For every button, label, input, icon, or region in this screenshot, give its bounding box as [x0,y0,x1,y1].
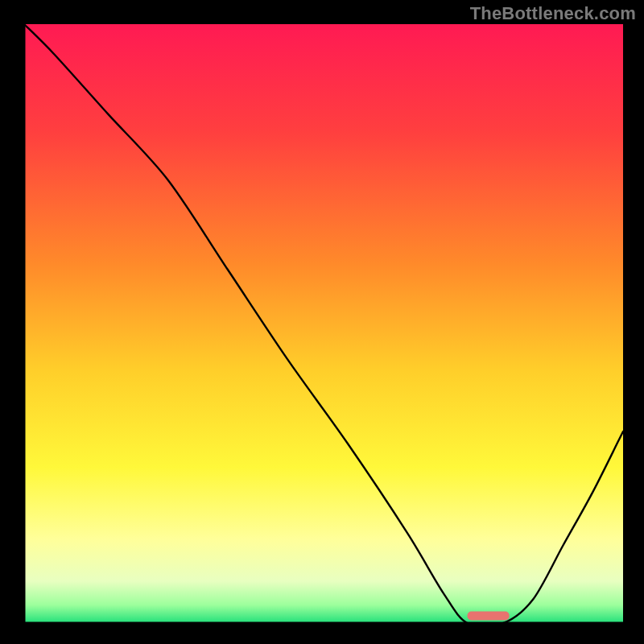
watermark-text: TheBottleneck.com [470,3,636,24]
optimal-marker [468,612,510,621]
chart-container: TheBottleneck.com [0,0,644,644]
bottleneck-chart [0,0,644,644]
chart-gradient-background [24,24,623,623]
